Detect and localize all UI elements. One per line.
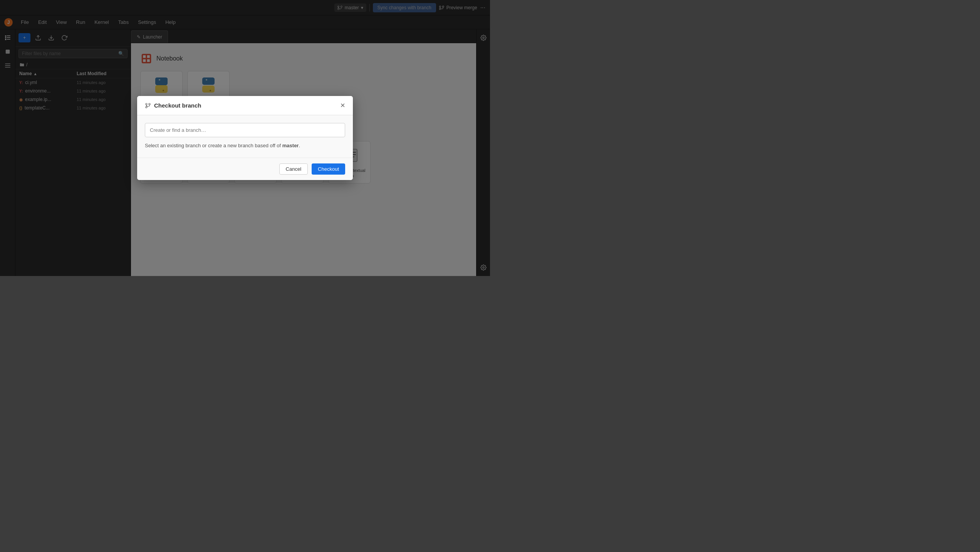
modal-branch-icon [145, 103, 151, 109]
checkout-modal: Checkout branch ✕ Select an existing bra… [137, 96, 353, 180]
modal-body: Select an existing branch or create a ne… [137, 115, 353, 158]
modal-overlay[interactable]: Checkout branch ✕ Select an existing bra… [0, 0, 490, 276]
modal-close-button[interactable]: ✕ [340, 103, 345, 109]
modal-title: Checkout branch [145, 102, 201, 109]
branch-input[interactable] [145, 123, 345, 137]
modal-description: Select an existing branch or create a ne… [145, 143, 345, 148]
cancel-button[interactable]: Cancel [279, 163, 308, 175]
modal-title-text: Checkout branch [154, 102, 201, 109]
modal-footer: Cancel Checkout [137, 158, 353, 180]
checkout-button[interactable]: Checkout [312, 163, 345, 175]
modal-header: Checkout branch ✕ [137, 96, 353, 115]
